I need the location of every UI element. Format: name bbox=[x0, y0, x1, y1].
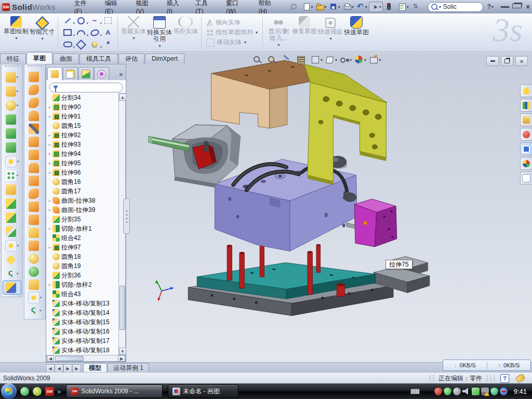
tree-item[interactable]: ▸ 切除-放样2 bbox=[47, 280, 118, 289]
tray-icon[interactable] bbox=[444, 388, 451, 395]
task-pane-tab[interactable] bbox=[520, 142, 532, 155]
network-speed-widget[interactable]: ↓ 0KB/S ↑ 0KB/S bbox=[443, 360, 531, 371]
view-tool-button[interactable]: ▾ bbox=[325, 55, 337, 64]
feature-tool-button[interactable]: ▾ bbox=[2, 238, 22, 252]
command-tab[interactable]: 模具工具 bbox=[79, 54, 118, 64]
tree-item[interactable]: ▸ 拉伸90 bbox=[47, 102, 118, 112]
toolbar-button[interactable]: ▾ bbox=[383, 2, 396, 11]
search-box[interactable]: ▾ Solic bbox=[428, 2, 483, 12]
surface-tool-button[interactable]: ▾ bbox=[24, 239, 45, 252]
expand-arrow-icon[interactable]: ▸ bbox=[47, 226, 52, 231]
sketch-entity-button[interactable]: ▾ bbox=[101, 15, 115, 26]
tray-icon[interactable] bbox=[472, 388, 480, 395]
feature-tool-button[interactable]: ▾ bbox=[3, 281, 21, 295]
chevron-down-icon[interactable]: ▾ bbox=[17, 103, 19, 108]
expand-arrow-icon[interactable]: ▸ bbox=[47, 151, 52, 156]
sketch-entity-button[interactable]: ▾ bbox=[61, 38, 74, 50]
tab-nav-button[interactable]: ◀ bbox=[46, 364, 55, 373]
scroll-left-button[interactable]: ◀ bbox=[47, 355, 54, 362]
toolbar-button[interactable]: ▾ bbox=[301, 2, 314, 11]
command-tab[interactable]: 评估 bbox=[118, 54, 144, 64]
tree-item[interactable]: ▸ 实体-移动/复制13 bbox=[47, 299, 118, 308]
surface-tool-button[interactable]: ▾ bbox=[24, 304, 45, 317]
minimize-button[interactable] bbox=[501, 3, 509, 11]
surface-tool-button[interactable]: ▾ bbox=[24, 252, 45, 265]
surface-tool-button[interactable]: ▾ bbox=[24, 200, 45, 213]
quick-tips-button[interactable]: ? bbox=[500, 374, 509, 383]
toolbar-button[interactable]: ▾ bbox=[397, 2, 410, 11]
feature-tool-button[interactable]: ▾ bbox=[2, 196, 22, 210]
chevron-down-icon[interactable]: ▾ bbox=[256, 30, 258, 35]
feature-tool-button[interactable]: ▾ bbox=[2, 140, 22, 154]
scroll-thumb[interactable] bbox=[55, 356, 84, 361]
feature-tool-button[interactable]: ▾ bbox=[2, 210, 22, 224]
chevron-down-icon[interactable]: ▾ bbox=[244, 40, 246, 45]
expand-arrow-icon[interactable]: ▸ bbox=[47, 170, 52, 175]
scroll-right-button[interactable]: ▶ bbox=[118, 355, 125, 362]
view-tool-button[interactable]: ▾ bbox=[354, 55, 366, 64]
panel-tab[interactable] bbox=[47, 67, 62, 80]
chevron-down-icon[interactable]: ▾ bbox=[439, 5, 441, 9]
command-button[interactable]: 剪裁实体 ▾ bbox=[121, 15, 147, 50]
tree-item[interactable]: ▸ 实体-移动/复制17 bbox=[47, 336, 118, 345]
search-input-value[interactable]: Solic bbox=[443, 3, 457, 10]
chevron-down-icon[interactable]: ▾ bbox=[17, 244, 19, 248]
chevron-down-icon[interactable]: ▾ bbox=[278, 42, 280, 48]
tree-item[interactable]: ▸ 圆角19 bbox=[47, 261, 118, 271]
view-tool-button[interactable]: ▾ bbox=[267, 55, 279, 64]
surface-tool-button[interactable]: ▾ bbox=[24, 148, 45, 161]
surface-tool-button[interactable]: ▾ bbox=[24, 265, 45, 278]
chevron-down-icon[interactable]: ▾ bbox=[335, 58, 337, 62]
tree-item[interactable]: ▸ 拉伸94 bbox=[47, 149, 118, 158]
feature-tool-button[interactable]: ▾ bbox=[2, 98, 22, 112]
chevron-down-icon[interactable]: ▾ bbox=[17, 272, 19, 276]
chevron-down-icon[interactable]: ▾ bbox=[158, 43, 161, 49]
tree-item[interactable]: ▸ 拉伸95 bbox=[47, 158, 118, 168]
expand-arrow-icon[interactable]: ▸ bbox=[47, 142, 52, 147]
chevron-down-icon[interactable]: ▾ bbox=[379, 58, 381, 62]
tree-item[interactable]: ▸ 实体-移动/复制18 bbox=[47, 345, 118, 355]
quick-launch-icon[interactable] bbox=[20, 387, 29, 396]
quick-launch-icon[interactable]: SW bbox=[45, 387, 54, 396]
tree-item[interactable]: ▸ 组合42 bbox=[47, 233, 118, 243]
expand-arrow-icon[interactable]: ▸ bbox=[47, 198, 52, 203]
chevron-down-icon[interactable]: ▾ bbox=[491, 5, 494, 9]
view-tool-button[interactable]: ▾ bbox=[252, 55, 264, 64]
command-button[interactable]: 快速捕捉 ▾ bbox=[317, 15, 343, 50]
command-button[interactable]: 修复草图 ▾ bbox=[291, 15, 317, 50]
surface-tool-button[interactable]: ▾ bbox=[24, 278, 45, 291]
tree-item[interactable]: ▸ 分割35 bbox=[47, 215, 118, 224]
tree-filter-input[interactable] bbox=[49, 83, 123, 92]
view-tool-button[interactable]: ▾ bbox=[340, 55, 352, 64]
command-button[interactable]: 显示/删除几... ▾ bbox=[265, 15, 291, 50]
tray-icon[interactable] bbox=[462, 388, 470, 395]
task-pane-tab[interactable] bbox=[520, 84, 532, 97]
tree-item[interactable]: ▸ 拉伸91 bbox=[47, 112, 118, 121]
tray-icon[interactable] bbox=[500, 388, 508, 395]
tree-item[interactable]: ▸ 组合43 bbox=[47, 289, 118, 299]
toolbar-drag-handle[interactable] bbox=[28, 65, 42, 69]
tree-item[interactable]: ▸ 圆角17 bbox=[47, 187, 118, 196]
sketch-entity-button[interactable]: A ▾ bbox=[101, 26, 115, 38]
sketch-entity-button[interactable]: ▾ bbox=[74, 15, 88, 26]
command-button[interactable]: 快速草图 ▾ bbox=[343, 15, 369, 50]
task-pane-tab[interactable] bbox=[520, 113, 532, 126]
feature-tool-button[interactable]: ▾ bbox=[2, 252, 22, 267]
tree-item[interactable]: ▸ 圆角15 bbox=[47, 121, 118, 130]
tree-item[interactable]: ▸ 拉伸92 bbox=[47, 130, 118, 140]
surface-tool-button[interactable]: ▾ bbox=[24, 161, 45, 174]
toolbar-button[interactable]: ▾ bbox=[410, 2, 423, 11]
keyboard-layout-icon[interactable] bbox=[410, 389, 420, 394]
toolbar-button[interactable]: ▾ bbox=[342, 2, 355, 11]
view-tool-button[interactable]: ▾ bbox=[296, 55, 308, 64]
toolbar-button[interactable]: ▾ bbox=[328, 2, 341, 11]
toolbar-button[interactable]: ▾ bbox=[288, 2, 301, 11]
surface-tool-button[interactable]: ▾ bbox=[24, 135, 45, 148]
command-tab[interactable]: 曲面 bbox=[53, 54, 79, 64]
tray-icon[interactable] bbox=[453, 388, 461, 395]
taskbar-clock[interactable]: 9:41 bbox=[514, 388, 527, 395]
command-button[interactable]: 转换实体引用 ▾ bbox=[147, 15, 172, 50]
chevron-down-icon[interactable]: ▾ bbox=[407, 5, 409, 9]
surface-tool-button[interactable]: ▾ bbox=[24, 70, 45, 83]
chevron-down-icon[interactable]: ▾ bbox=[338, 5, 340, 9]
